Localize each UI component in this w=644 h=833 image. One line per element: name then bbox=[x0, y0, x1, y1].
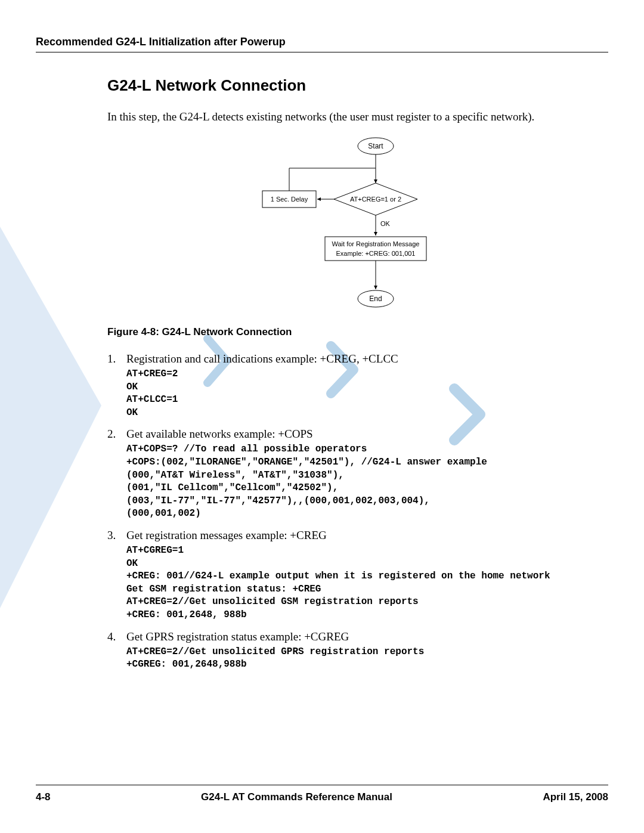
page-footer: 4-8 G24-L AT Commands Reference Manual A… bbox=[36, 785, 608, 803]
flowchart-diagram: Start AT+CREG=1 or 2 1 Sec. Delay OK Wai… bbox=[227, 135, 477, 320]
figure-caption: Figure 4-8: G24-L Network Connection bbox=[107, 326, 596, 338]
flowchart-end: End bbox=[369, 295, 382, 303]
flowchart-wait-line2: Example: +CREG: 001,001 bbox=[336, 250, 416, 257]
step-code: AT+CGREG=1 OK +CREG: 001//G24-L example … bbox=[126, 544, 596, 622]
footer-page-number: 4-8 bbox=[36, 791, 51, 803]
section-intro: In this step, the G24-L detects existing… bbox=[107, 110, 596, 123]
bg-triangle-left bbox=[0, 227, 107, 614]
step-title: Get available networks example: +COPS bbox=[126, 428, 596, 441]
section-heading: G24-L Network Connection bbox=[107, 76, 596, 95]
flowchart-wait-line1: Wait for Registration Message bbox=[332, 240, 420, 247]
flowchart-ok-label: OK bbox=[380, 220, 391, 227]
step-code: AT+COPS=? //To read all possible operato… bbox=[126, 443, 596, 521]
step-code: AT+CREG=2//Get unsolicited GPRS registra… bbox=[126, 646, 596, 671]
flowchart-delay: 1 Sec. Delay bbox=[271, 196, 308, 203]
flowchart-decision: AT+CREG=1 or 2 bbox=[350, 196, 401, 203]
svg-marker-0 bbox=[0, 227, 101, 608]
step-title: Get GPRS registration status example: +C… bbox=[126, 630, 596, 643]
step-title: Registration and call indications exampl… bbox=[126, 352, 596, 366]
list-item: Registration and call indications exampl… bbox=[107, 352, 596, 419]
steps-list: Registration and call indications exampl… bbox=[107, 352, 596, 671]
list-item: Get GPRS registration status example: +C… bbox=[107, 630, 596, 671]
footer-manual-title: G24-L AT Commands Reference Manual bbox=[51, 791, 543, 803]
flowchart-start: Start bbox=[368, 142, 383, 150]
step-code: AT+CREG=2 OK AT+CLCC=1 OK bbox=[126, 368, 596, 419]
running-header: Recommended G24-L Initialization after P… bbox=[36, 36, 608, 48]
list-item: Get available networks example: +COPS AT… bbox=[107, 428, 596, 521]
footer-date: April 15, 2008 bbox=[543, 791, 608, 803]
step-title: Get registration messages example: +CREG bbox=[126, 529, 596, 542]
list-item: Get registration messages example: +CREG… bbox=[107, 529, 596, 622]
header-divider bbox=[36, 52, 608, 52]
